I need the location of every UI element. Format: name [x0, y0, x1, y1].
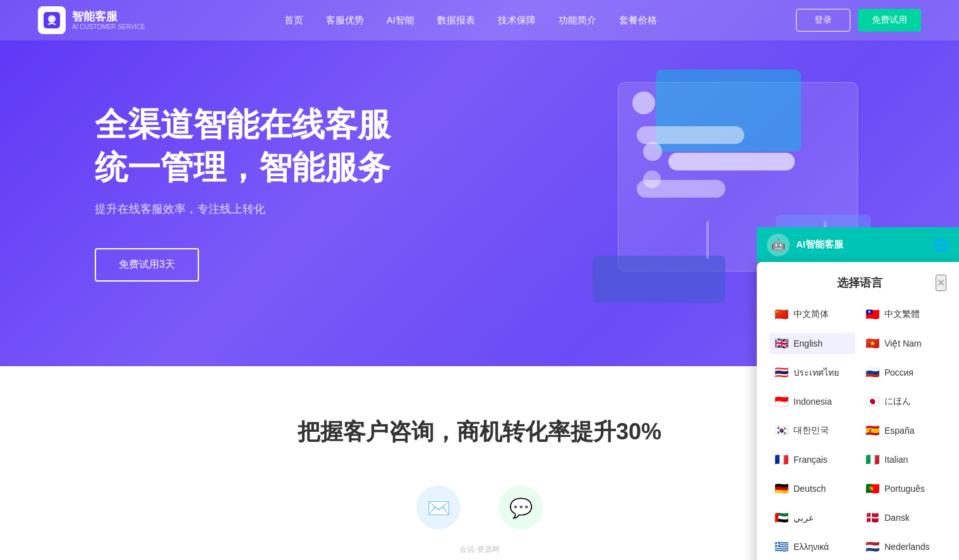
lang-modal-title: 选择语言	[783, 275, 936, 290]
flag-it: 🇮🇹	[866, 453, 879, 467]
flag-th: 🇹🇭	[775, 366, 788, 379]
lang-name-de: Deutsch	[793, 484, 826, 494]
lang-name-ko: 대한민국	[793, 425, 829, 436]
nav-price[interactable]: 套餐价格	[619, 15, 657, 27]
flag-ar: 🇦🇪	[775, 511, 788, 525]
flag-pt: 🇵🇹	[866, 482, 879, 496]
lang-name-da: Dansk	[884, 513, 910, 523]
logo-sub: AI CUSTOMER SERVICE	[72, 23, 145, 30]
lang-item-zh-hant[interactable]: 🇹🇼 中文繁體	[860, 304, 946, 325]
wechat-icon: 💬	[498, 486, 543, 530]
lang-name-ja: にほん	[884, 396, 911, 407]
lang-name-nl: Nederlands	[884, 542, 930, 552]
lang-item-id[interactable]: 🇮🇩 Indonesia	[769, 391, 855, 412]
lang-item-th[interactable]: 🇹🇭 ประเทศไทย	[769, 362, 855, 383]
logo-text-area: 智能客服 AI CUSTOMER SERVICE	[72, 10, 145, 31]
lang-name-it: Italian	[884, 455, 908, 465]
lang-item-en[interactable]: 🇬🇧 English	[769, 333, 855, 354]
header: 智能客服 AI CUSTOMER SERVICE 首页 客服优势 AI智能 数据…	[0, 0, 959, 40]
logo-area: 智能客服 AI CUSTOMER SERVICE	[38, 6, 145, 34]
logo-text: 智能客服	[72, 10, 145, 24]
free-trial-header-button[interactable]: 免费试用	[858, 9, 921, 32]
lang-item-fr[interactable]: 🇫🇷 Français	[769, 449, 855, 470]
login-button[interactable]: 登录	[796, 9, 850, 32]
lang-item-el[interactable]: 🇬🇷 Ελληνικά	[769, 536, 855, 557]
chat-header-avatar: 🤖	[767, 234, 790, 256]
flag-en: 🇬🇧	[775, 337, 788, 350]
flag-id: 🇮🇩	[775, 395, 788, 408]
nav-ai[interactable]: AI智能	[387, 15, 414, 27]
nav-report[interactable]: 数据报表	[437, 15, 475, 27]
icons-row: ✉️ 💬	[95, 486, 864, 530]
lang-item-ko[interactable]: 🇰🇷 대한민국	[769, 420, 855, 441]
svg-point-1	[48, 15, 56, 23]
lang-item-es[interactable]: 🇪🇸 España	[860, 420, 946, 441]
lang-item-pt[interactable]: 🇵🇹 Português	[860, 478, 946, 499]
lang-item-ar[interactable]: 🇦🇪 عربي	[769, 507, 855, 528]
lang-modal-header: 选择语言 ×	[769, 275, 946, 291]
nav-tech[interactable]: 技术保障	[498, 15, 536, 27]
flag-zh-hant: 🇹🇼	[866, 307, 879, 321]
nav-home[interactable]: 首页	[284, 15, 303, 27]
hero-title-line2: 统一管理，智能服务	[95, 149, 390, 186]
hero-title-line1: 全渠道智能在线客服	[95, 106, 390, 143]
lang-name-th: ประเทศไทย	[793, 366, 839, 379]
globe-icon[interactable]: 🌐	[933, 237, 949, 253]
chat-header-title: AI智能客服	[796, 239, 843, 251]
header-buttons: 登录 免费试用	[796, 9, 921, 32]
lang-name-zh-hant: 中文繁體	[884, 309, 920, 320]
flag-zh-hans: 🇨🇳	[775, 307, 788, 321]
flag-ko: 🇰🇷	[775, 424, 788, 438]
flag-ja: 🇯🇵	[866, 395, 879, 408]
lang-name-id: Indonesia	[793, 396, 832, 407]
lang-item-ja[interactable]: 🇯🇵 にほん	[860, 391, 946, 412]
lang-item-da[interactable]: 🇩🇰 Dansk	[860, 507, 946, 528]
logo-icon	[38, 6, 66, 34]
lang-name-es: España	[884, 426, 914, 436]
lang-name-vi: Việt Nam	[884, 338, 922, 349]
email-icon: ✉️	[416, 486, 461, 530]
lang-item-nl[interactable]: 🇳🇱 Nederlands	[860, 536, 946, 557]
nav-feature[interactable]: 功能简介	[558, 15, 596, 27]
flag-vi: 🇻🇳	[866, 337, 879, 350]
flag-es: 🇪🇸	[866, 424, 879, 438]
section-title: 把握客户咨询，商机转化率提升30%	[95, 417, 864, 448]
lang-name-fr: Français	[793, 455, 828, 465]
nav-advantage[interactable]: 客服优势	[326, 15, 364, 27]
lang-name-pt: Português	[884, 484, 925, 494]
hero-trial-button[interactable]: 免费试用3天	[95, 248, 199, 282]
flag-el: 🇬🇷	[775, 540, 788, 554]
lang-item-ru[interactable]: 🇷🇺 Россия	[860, 362, 946, 383]
flag-ru: 🇷🇺	[866, 366, 879, 379]
lang-name-zh-hans: 中文简体	[793, 309, 829, 320]
language-modal: 选择语言 × 🇨🇳 中文简体 🇹🇼 中文繁體 🇬🇧 English 🇻🇳 Việ…	[757, 262, 959, 560]
hero-title: 全渠道智能在线客服 统一管理，智能服务	[95, 104, 959, 189]
chat-header: 🤖 AI智能客服 🌐	[757, 227, 959, 262]
lang-item-de[interactable]: 🇩🇪 Deutsch	[769, 478, 855, 499]
lang-name-en: English	[793, 338, 823, 349]
lang-item-vi[interactable]: 🇻🇳 Việt Nam	[860, 333, 946, 354]
lang-close-button[interactable]: ×	[936, 275, 946, 291]
flag-da: 🇩🇰	[866, 511, 879, 525]
lang-item-it[interactable]: 🇮🇹 Italian	[860, 449, 946, 470]
lang-name-ru: Россия	[884, 367, 914, 378]
language-grid: 🇨🇳 中文简体 🇹🇼 中文繁體 🇬🇧 English 🇻🇳 Việt Nam 🇹…	[769, 304, 946, 560]
main-nav: 首页 客服优势 AI智能 数据报表 技术保障 功能简介 套餐价格	[284, 15, 657, 27]
flag-nl: 🇳🇱	[866, 540, 879, 554]
flag-fr: 🇫🇷	[775, 453, 788, 467]
hero-subtitle: 提升在线客服效率，专注线上转化	[95, 201, 959, 217]
flag-de: 🇩🇪	[775, 482, 788, 496]
lang-item-zh-hans[interactable]: 🇨🇳 中文简体	[769, 304, 855, 325]
lang-name-el: Ελληνικά	[793, 542, 829, 552]
lang-name-ar: عربي	[793, 513, 814, 523]
